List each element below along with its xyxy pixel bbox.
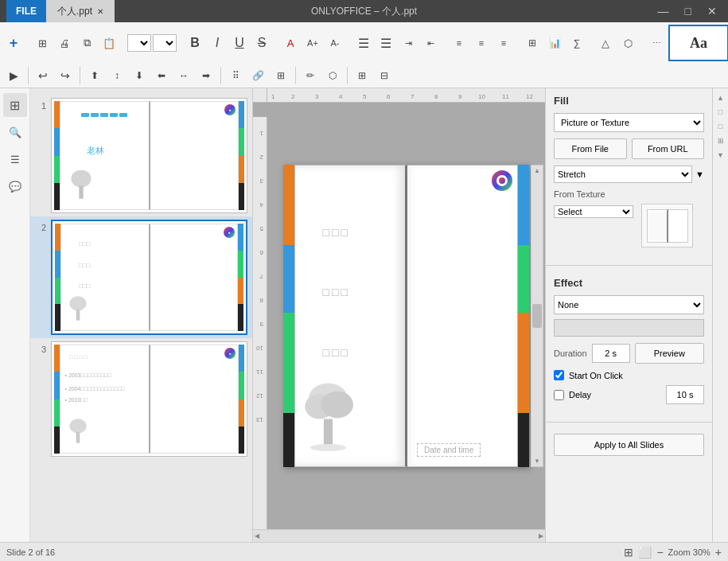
sidebar-search-btn[interactable]: 🔍 bbox=[3, 120, 27, 144]
toolbar-sep-r2-5 bbox=[347, 67, 348, 84]
align-left-v-button[interactable]: ⬅ bbox=[151, 65, 172, 86]
slide-thumb-3[interactable]: 3 □□□□ • 2003□□□□□□□□□ • 2004□□□□□□□□□□□… bbox=[30, 338, 252, 460]
align-top-button[interactable]: ⬆ bbox=[84, 65, 105, 86]
v-ruler: 1 2 3 4 5 6 7 8 9 10 11 12 13 bbox=[253, 117, 267, 529]
underline-button[interactable]: U bbox=[229, 33, 250, 53]
font-size-select[interactable] bbox=[153, 34, 177, 52]
svg-text:1: 1 bbox=[271, 93, 275, 100]
svg-text:12: 12 bbox=[256, 392, 263, 399]
align-center-button[interactable]: ≡ bbox=[471, 33, 492, 53]
from-file-button[interactable]: From File bbox=[554, 138, 627, 159]
distribute-h-button[interactable]: ⠿ bbox=[225, 65, 246, 86]
far-right-btn-5[interactable]: ▼ bbox=[714, 149, 727, 162]
delay-checkbox[interactable] bbox=[554, 390, 564, 400]
redo-button[interactable]: ↪ bbox=[55, 65, 76, 86]
stretch-row: Stretch ▼ bbox=[554, 166, 704, 183]
doc-tab[interactable]: 个人.ppt ✕ bbox=[46, 0, 115, 22]
sidebar-slides-btn[interactable]: ⊞ bbox=[3, 93, 27, 117]
stretch-select[interactable]: Stretch bbox=[554, 166, 692, 183]
minimize-button[interactable]: — bbox=[653, 3, 674, 19]
slide-num-1: 1 bbox=[35, 101, 46, 111]
svg-text:10: 10 bbox=[256, 345, 263, 352]
slide-thumb-1[interactable]: 1 bbox=[30, 95, 252, 216]
strikethrough-button[interactable]: S bbox=[251, 33, 272, 53]
draw2-button[interactable]: ⬡ bbox=[322, 65, 343, 86]
svg-text:1: 1 bbox=[259, 130, 263, 137]
svg-point-0 bbox=[71, 170, 91, 188]
svg-text:4: 4 bbox=[259, 201, 263, 208]
close-button[interactable]: ✕ bbox=[703, 3, 722, 19]
italic-button[interactable]: I bbox=[207, 33, 228, 53]
effect-color-box bbox=[554, 319, 704, 337]
far-right-btn-1[interactable]: ▲ bbox=[714, 92, 727, 104]
slides-icon-button[interactable]: ⊞ bbox=[32, 33, 53, 53]
insert-table-button[interactable]: ⊞ bbox=[522, 33, 543, 53]
start-on-click-checkbox[interactable] bbox=[554, 370, 564, 380]
align-bottom-button[interactable]: ⬇ bbox=[129, 65, 150, 86]
table-icon[interactable]: ⊞ bbox=[624, 546, 633, 559]
from-url-button[interactable]: From URL bbox=[632, 138, 705, 159]
add-slide-button[interactable]: + bbox=[3, 33, 24, 53]
bullets-button[interactable]: ☰ bbox=[353, 33, 374, 53]
svg-rect-3 bbox=[76, 310, 80, 321]
print-button[interactable]: 🖨 bbox=[54, 33, 75, 53]
font-select[interactable] bbox=[127, 34, 151, 52]
delay-input[interactable] bbox=[666, 385, 704, 404]
draw-button[interactable]: ✏ bbox=[300, 65, 321, 86]
file-tab[interactable]: FILE bbox=[6, 0, 46, 22]
undo-button[interactable]: ↩ bbox=[33, 65, 53, 86]
toolbar-sep-r2-1 bbox=[28, 67, 29, 84]
increase-font-button[interactable]: A+ bbox=[302, 33, 323, 53]
more-button[interactable]: ⋯ bbox=[646, 33, 667, 53]
insert-chart-button[interactable]: 📊 bbox=[544, 33, 565, 53]
svg-text:5: 5 bbox=[259, 225, 263, 232]
paste-button[interactable]: 📋 bbox=[99, 33, 119, 53]
h-scrollbar[interactable]: ◀ ▶ bbox=[253, 529, 545, 542]
svg-text:6: 6 bbox=[259, 249, 263, 256]
shapes-button[interactable]: △ bbox=[595, 33, 616, 53]
sidebar-comments-btn[interactable]: 💬 bbox=[3, 174, 27, 198]
far-right-btn-4[interactable]: ⊞ bbox=[714, 134, 727, 147]
svg-text:9: 9 bbox=[259, 321, 263, 328]
duration-input[interactable] bbox=[592, 344, 630, 363]
zoom-in-button[interactable]: + bbox=[715, 546, 722, 559]
far-right-btn-2[interactable]: □ bbox=[714, 106, 727, 119]
indent-less-button[interactable]: ⇤ bbox=[420, 33, 441, 53]
zoom-out-button[interactable]: − bbox=[656, 546, 663, 559]
slide-thumb-2[interactable]: 2 □□□ □□□ □□□ bbox=[30, 216, 252, 338]
close-tab-icon[interactable]: ✕ bbox=[97, 7, 103, 16]
slide-canvas[interactable]: □□□ □□□ □□□ bbox=[283, 165, 529, 467]
link-button[interactable]: 🔗 bbox=[247, 65, 269, 86]
more-v-button[interactable]: ⊞ bbox=[271, 65, 291, 86]
insert-func-button[interactable]: ∑ bbox=[566, 33, 587, 53]
indent-more-button[interactable]: ⇥ bbox=[398, 33, 419, 53]
slide-viewport[interactable]: □□□ □□□ □□□ bbox=[267, 103, 545, 529]
texture-select[interactable]: Select bbox=[554, 205, 633, 218]
numbering-button[interactable]: ☰ bbox=[376, 33, 396, 53]
font-color-button[interactable]: A bbox=[280, 33, 301, 53]
style-preview[interactable]: Aa bbox=[668, 25, 728, 61]
align-left-button[interactable]: ≡ bbox=[449, 33, 469, 53]
align-center-v-button[interactable]: ↔ bbox=[173, 65, 194, 86]
effect-select[interactable]: None bbox=[554, 295, 704, 314]
more3-button[interactable]: ⊞ bbox=[352, 65, 372, 86]
maximize-button[interactable]: □ bbox=[680, 3, 696, 19]
copy-button[interactable]: ⧉ bbox=[76, 33, 97, 53]
align-right-button[interactable]: ≡ bbox=[493, 33, 514, 53]
sidebar-outline-btn[interactable]: ☰ bbox=[3, 147, 27, 171]
far-right-btn-3[interactable]: □ bbox=[714, 120, 727, 133]
fill-type-select[interactable]: Picture or Texture bbox=[554, 113, 704, 132]
more-shapes-button[interactable]: ⬡ bbox=[617, 33, 638, 53]
fit-icon[interactable]: ⬜ bbox=[638, 546, 652, 559]
decrease-font-button[interactable]: A- bbox=[325, 33, 345, 53]
play-button[interactable]: ▶ bbox=[3, 65, 24, 86]
bold-button[interactable]: B bbox=[185, 33, 205, 53]
apply-all-button[interactable]: Apply to All Slides bbox=[554, 434, 704, 456]
effect-row: None bbox=[554, 295, 704, 314]
align-middle-button[interactable]: ↕ bbox=[107, 65, 127, 86]
preview-button[interactable]: Preview bbox=[635, 343, 704, 364]
align-right-v-button[interactable]: ➡ bbox=[196, 65, 216, 86]
more4-button[interactable]: ⊟ bbox=[374, 65, 395, 86]
toolbar-sep-r2-3 bbox=[220, 67, 221, 84]
status-right: ⊞ ⬜ − Zoom 30% + bbox=[624, 546, 722, 559]
